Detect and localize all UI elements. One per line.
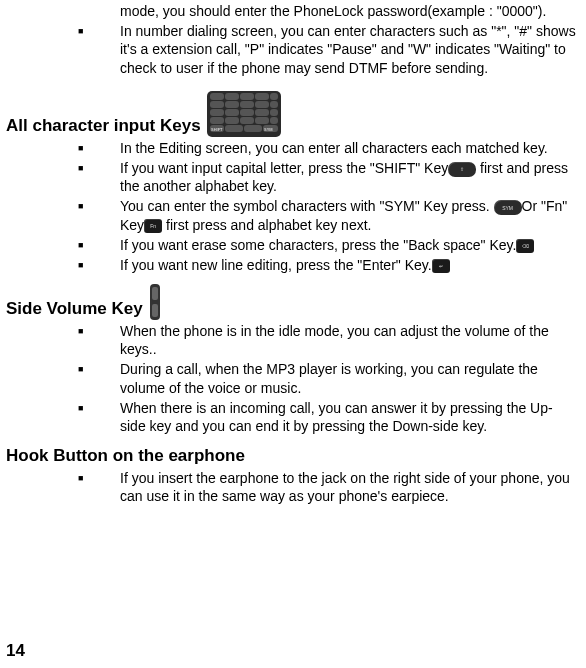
svg-rect-14: [255, 109, 269, 116]
keypad-icon: SHIFT SYM: [207, 91, 281, 137]
svg-rect-9: [255, 101, 269, 108]
svg-rect-4: [255, 93, 269, 100]
svg-rect-23: [244, 125, 262, 132]
bullet-marker: [78, 2, 90, 20]
svg-rect-3: [240, 93, 254, 100]
heading-text: All character input Keys: [6, 115, 201, 137]
sym-key-icon: SYM: [494, 200, 522, 215]
list-item: ■ In number dialing screen, you can ente…: [78, 22, 578, 77]
svg-rect-12: [225, 109, 239, 116]
svg-rect-18: [240, 117, 254, 124]
svg-text:SHIFT: SHIFT: [211, 127, 223, 132]
svg-rect-16: [210, 117, 224, 124]
list-item: ■ You can enter the symbol characters wi…: [78, 197, 578, 233]
bullet-text: If you insert the earphone to the jack o…: [120, 469, 578, 505]
svg-rect-13: [240, 109, 254, 116]
svg-rect-28: [152, 287, 158, 300]
list-item: ■ During a call, when the MP3 player is …: [78, 360, 578, 396]
svg-rect-20: [270, 117, 278, 124]
bullet-marker: ■: [78, 399, 90, 435]
fn-key-icon: Fn: [144, 219, 162, 233]
list-item: ■ When there is an incoming call, you ca…: [78, 399, 578, 435]
bullet-marker: ■: [78, 197, 90, 233]
svg-rect-11: [210, 109, 224, 116]
bullet-marker: ■: [78, 159, 90, 195]
svg-rect-15: [270, 109, 278, 116]
list-item: ■ In the Editing screen, you can enter a…: [78, 139, 578, 157]
svg-rect-22: [225, 125, 243, 132]
heading-text: Side Volume Key: [6, 298, 143, 320]
bullet-text: If you want erase some characters, press…: [120, 236, 578, 254]
svg-rect-2: [225, 93, 239, 100]
list-item: ■ If you want new line editing, press th…: [78, 256, 578, 274]
bullet-text: If you want input capital letter, press …: [120, 159, 578, 195]
list-item: ■ If you insert the earphone to the jack…: [78, 469, 578, 505]
bullet-text: If you want new line editing, press the …: [120, 256, 578, 274]
bullet-text: During a call, when the MP3 player is wo…: [120, 360, 578, 396]
bullet-marker: ■: [78, 139, 90, 157]
bullet-text: When there is an incoming call, you can …: [120, 399, 578, 435]
list-item: mode, you should enter the PhoneLock pas…: [78, 2, 578, 20]
svg-rect-10: [270, 101, 278, 108]
bullet-marker: ■: [78, 322, 90, 358]
bullet-marker: ■: [78, 236, 90, 254]
svg-rect-6: [210, 101, 224, 108]
heading-char-input: All character input Keys SHIFT SYM: [0, 91, 582, 137]
list-item: ■ When the phone is in the idle mode, yo…: [78, 322, 578, 358]
heading-text: Hook Button on the earphone: [6, 445, 245, 467]
heading-side-volume: Side Volume Key: [0, 284, 582, 320]
bullet-text: In the Editing screen, you can enter all…: [120, 139, 578, 157]
svg-rect-8: [240, 101, 254, 108]
bullet-text: When the phone is in the idle mode, you …: [120, 322, 578, 358]
svg-text:SYM: SYM: [264, 127, 273, 132]
bullet-text: In number dialing screen, you can enter …: [120, 22, 578, 77]
bullet-marker: ■: [78, 256, 90, 274]
svg-rect-17: [225, 117, 239, 124]
bullet-text: mode, you should enter the PhoneLock pas…: [120, 2, 578, 20]
bullet-marker: ■: [78, 469, 90, 505]
back-key-icon: ⌫: [516, 239, 534, 253]
list-item: ■ If you want input capital letter, pres…: [78, 159, 578, 195]
bullet-marker: ■: [78, 22, 90, 77]
svg-rect-1: [210, 93, 224, 100]
shift-key-icon: ⇧: [448, 162, 476, 177]
svg-rect-29: [152, 304, 158, 317]
page-number: 14: [6, 640, 25, 662]
enter-key-icon: ↵: [432, 259, 450, 273]
svg-rect-7: [225, 101, 239, 108]
list-item: ■ If you want erase some characters, pre…: [78, 236, 578, 254]
side-volume-key-icon: [149, 284, 161, 320]
heading-hook-button: Hook Button on the earphone: [0, 445, 582, 467]
bullet-marker: ■: [78, 360, 90, 396]
svg-rect-19: [255, 117, 269, 124]
svg-rect-5: [270, 93, 278, 100]
bullet-text: You can enter the symbol characters with…: [120, 197, 578, 233]
